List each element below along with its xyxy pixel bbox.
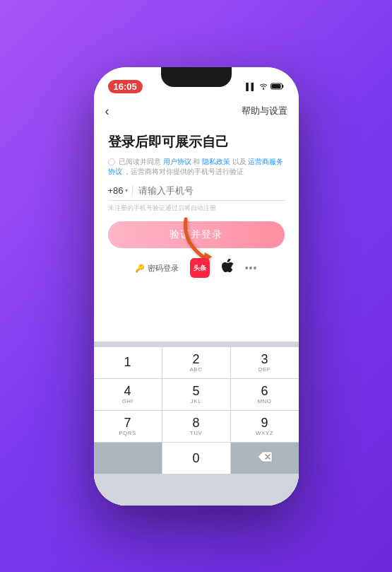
battery-icon <box>271 83 285 91</box>
country-code-arrow: ▾ <box>125 187 128 194</box>
login-title: 登录后即可展示自己 <box>108 133 285 151</box>
delete-icon <box>257 451 273 465</box>
keyboard-divider <box>94 342 299 347</box>
privacy-policy-link[interactable]: 隐私政策 <box>202 158 230 165</box>
key-0[interactable]: 0 <box>162 443 230 474</box>
nav-bar: ‹ 帮助与设置 <box>94 98 299 124</box>
password-login-btn[interactable]: 🔑 密码登录 <box>135 263 179 274</box>
key-3[interactable]: 3 DEF <box>231 347 299 378</box>
status-bar: 16:05 ▌▌ <box>94 67 299 98</box>
phone-frame: 16:05 ▌▌ ‹ 帮助与设置 <box>94 67 299 506</box>
back-button[interactable]: ‹ <box>105 104 109 119</box>
agreement-text: 已阅读并同意 用户协议 和 隐私政策 以及 运营商服务协议 ，运营商将对你提供的… <box>108 157 285 177</box>
phone-row: +86 ▾ <box>108 185 285 201</box>
lock-icon: 🔑 <box>135 264 145 273</box>
key-7[interactable]: 7 PQRS <box>94 411 162 442</box>
notch <box>161 67 232 87</box>
auto-register-hint: 未注册的手机号验证通过后将自动注册 <box>108 204 285 213</box>
signal-icon: ▌▌ <box>246 83 256 91</box>
key-2[interactable]: 2 ABC <box>162 347 230 378</box>
status-icons: ▌▌ <box>246 83 284 91</box>
key-5[interactable]: 5 JKL <box>162 379 230 410</box>
apple-login-btn[interactable] <box>221 259 234 278</box>
key-delete[interactable] <box>231 443 299 474</box>
login-area: 登录后即可展示自己 已阅读并同意 用户协议 和 隐私政策 以及 运营商服务协议 … <box>94 124 299 342</box>
key-6[interactable]: 6 MNO <box>231 379 299 410</box>
key-4[interactable]: 4 GHI <box>94 379 162 410</box>
alt-login-row: 🔑 密码登录 头条 ••• <box>108 258 285 278</box>
key-8[interactable]: 8 TUV <box>162 411 230 442</box>
key-1[interactable]: 1 <box>94 347 162 378</box>
verify-login-button[interactable]: 验证并登录 <box>108 221 285 248</box>
agreement-checkbox[interactable] <box>108 158 115 165</box>
screen-content: ‹ 帮助与设置 登录后即可展示自己 已阅读并同意 用户协议 和 隐私政策 以及 … <box>94 98 299 506</box>
svg-rect-1 <box>271 84 280 88</box>
toutiao-login-btn[interactable]: 头条 <box>190 258 210 278</box>
user-agreement-link[interactable]: 用户协议 <box>163 158 191 165</box>
status-time: 16:05 <box>108 80 143 93</box>
numeric-keyboard: 1 2 ABC 3 DEF 4 GHI 5 JKL 6 MNO <box>94 347 299 506</box>
key-9[interactable]: 9 WXYZ <box>231 411 299 442</box>
nav-title: 帮助与设置 <box>242 105 287 117</box>
phone-input[interactable] <box>138 185 285 196</box>
wifi-icon <box>259 83 268 91</box>
country-code[interactable]: +86 ▾ <box>108 185 133 196</box>
more-options-btn[interactable]: ••• <box>245 262 258 274</box>
key-empty <box>94 443 162 474</box>
